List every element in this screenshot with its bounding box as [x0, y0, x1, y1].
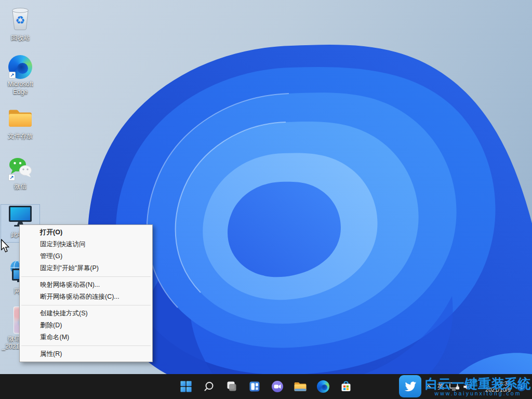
menu-item-open[interactable]: 打开(O): [20, 227, 152, 238]
start-button[interactable]: [175, 375, 197, 398]
menu-item-rename[interactable]: 重命名(M): [20, 331, 152, 343]
desktop-icon-recycle-bin[interactable]: ♻ 回收站: [1, 5, 39, 42]
file-explorer-icon: [294, 380, 307, 393]
wechat-icon: ↗: [8, 156, 33, 181]
hidden-icons-chevron[interactable]: [425, 383, 432, 390]
desktop-icon-file-folder[interactable]: 文件存放: [1, 107, 39, 140]
desktop-icon-label: Microsoft Edge: [1, 81, 39, 96]
clock-time: 8:38: [485, 380, 511, 387]
ime-language-indicator[interactable]: 英: [437, 382, 444, 391]
menu-item-create-shortcut[interactable]: 创建快捷方式(S): [20, 308, 152, 320]
wired-network-icon: [449, 381, 460, 392]
desktop: ♻ 回收站 ↗ Microsoft Edge 文件存放: [0, 0, 532, 399]
notification-count-badge[interactable]: 1: [517, 382, 526, 391]
desktop-icon-label: 回收站: [11, 34, 30, 42]
edge-icon: [317, 380, 329, 393]
search-button[interactable]: [197, 375, 220, 398]
recycle-bin-icon: ♻: [9, 5, 32, 33]
chevron-up-icon: [425, 383, 432, 390]
menu-item-properties[interactable]: 属性(R): [20, 348, 152, 360]
desktop-icon-wechat[interactable]: ↗ 微信: [1, 156, 39, 191]
menu-separator: [21, 305, 151, 305]
microsoft-store-icon: [340, 380, 352, 393]
menu-item-map-network-drive[interactable]: 映射网络驱动器(N)...: [20, 279, 152, 291]
menu-item-delete[interactable]: 删除(D): [20, 320, 152, 331]
edge-icon: ↗: [8, 55, 32, 79]
taskbar: 英 8:38 2021/10/9 1: [0, 374, 532, 399]
file-explorer-button[interactable]: [289, 375, 312, 398]
network-tray-button[interactable]: [449, 381, 460, 392]
task-view-button[interactable]: [220, 375, 243, 398]
windows-start-icon: [180, 380, 192, 393]
menu-item-disconnect-network-drive[interactable]: 断开网络驱动器的连接(C)...: [20, 291, 152, 303]
clock-date: 2021/10/9: [485, 387, 511, 393]
desktop-icon-microsoft-edge[interactable]: ↗ Microsoft Edge: [1, 55, 39, 96]
chat-icon: [271, 380, 284, 393]
volume-tray-button[interactable]: [462, 382, 471, 391]
store-button[interactable]: [335, 375, 357, 398]
shortcut-arrow-icon: ↗: [9, 72, 16, 78]
desktop-icon-label: 微信: [14, 183, 26, 191]
edge-button[interactable]: [312, 375, 335, 398]
desktop-icon-label: 文件存放: [8, 132, 33, 140]
menu-separator: [21, 345, 151, 346]
speaker-icon: [462, 382, 471, 391]
menu-separator: [21, 276, 151, 277]
shortcut-arrow-icon: ↗: [8, 174, 15, 181]
search-icon: [203, 380, 215, 393]
chat-button[interactable]: [266, 375, 289, 398]
menu-item-pin-to-start[interactable]: 固定到"开始"屏幕(P): [20, 262, 152, 274]
system-tray: 英 8:38 2021/10/9 1: [422, 374, 532, 399]
widgets-button[interactable]: [243, 375, 266, 398]
svg-text:♻: ♻: [16, 14, 25, 26]
menu-item-manage[interactable]: 管理(G): [20, 250, 152, 262]
taskbar-clock[interactable]: 8:38 2021/10/9: [485, 380, 511, 393]
mouse-cursor: [1, 239, 10, 255]
menu-item-pin-quick-access[interactable]: 固定到快速访问: [20, 238, 152, 250]
widgets-icon: [248, 380, 261, 393]
folder-icon: [7, 107, 33, 131]
context-menu: 打开(O) 固定到快速访问 管理(G) 固定到"开始"屏幕(P) 映射网络驱动器…: [19, 224, 153, 362]
task-view-icon: [225, 380, 238, 393]
